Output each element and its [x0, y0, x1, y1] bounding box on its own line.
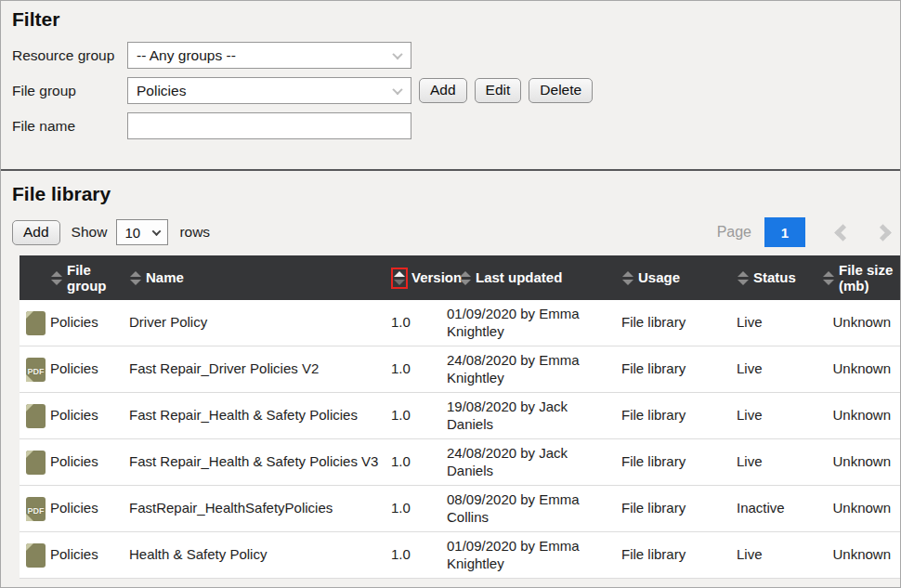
cell-icon: PDF — [20, 532, 47, 578]
sort-icon[interactable] — [129, 270, 142, 286]
header-version[interactable]: Version — [387, 255, 439, 300]
cell-last-updated: 08/09/2020 by Emma Collins — [439, 486, 618, 531]
header-status[interactable]: Status — [735, 255, 811, 300]
sort-icon[interactable] — [621, 270, 634, 286]
cell-file-size: Unknown — [811, 393, 901, 438]
cell-status: Live — [735, 439, 811, 485]
sort-icon-version-highlighted[interactable] — [391, 268, 408, 289]
cell-file-group: Policies — [47, 486, 125, 531]
filter-title: Filter — [12, 8, 889, 31]
table-row[interactable]: PDF Policies Fast Repair_Health & Safety… — [20, 439, 901, 486]
cell-file-size: Unknown — [811, 346, 901, 392]
next-page-icon[interactable] — [874, 224, 891, 241]
cell-name: FastRepair_HealthSafetyPolicies — [125, 486, 387, 531]
header-name[interactable]: Name — [125, 255, 387, 300]
cell-status: Live — [735, 346, 811, 392]
header-label: File size (mb) — [839, 262, 901, 294]
file-group-add-button[interactable]: Add — [419, 78, 467, 103]
cell-file-group: Policies — [47, 393, 125, 438]
file-group-row: File group Policies Add Edit Delete — [12, 77, 889, 104]
cell-last-updated: 19/08/2020 by Jack Daniels — [439, 393, 618, 438]
chevron-down-icon — [392, 84, 402, 94]
table-row[interactable]: PDF Policies FastRepair_HealthSafetyPoli… — [20, 486, 901, 532]
cell-icon: PDF — [20, 486, 47, 531]
cell-icon: PDF — [20, 393, 47, 438]
library-add-button[interactable]: Add — [12, 220, 60, 245]
header-label: Usage — [638, 269, 680, 285]
table-body: PDF Policies Driver Policy 1.0 01/09/202… — [20, 300, 901, 579]
file-library-panel: File library Add Show 10 rows Page 1 — [1, 171, 900, 579]
cell-file-group: Policies — [47, 439, 125, 485]
header-label: File group — [67, 262, 125, 294]
document-icon: PDF — [26, 451, 46, 475]
page-label: Page — [717, 224, 751, 241]
cell-usage: File library — [618, 393, 735, 438]
cell-icon: PDF — [20, 300, 47, 346]
pdf-file-icon: PDF — [26, 358, 46, 382]
pdf-icon-label: PDF — [26, 367, 46, 377]
cell-last-updated: 01/09/2020 by Emma Knightley — [439, 532, 618, 578]
show-label: Show — [72, 224, 108, 241]
header-icon-column — [20, 255, 47, 300]
chevron-down-icon — [152, 227, 162, 236]
table-row[interactable]: PDF Policies Fast Repair_Driver Policies… — [20, 346, 901, 393]
cell-file-group: Policies — [47, 346, 125, 392]
cell-usage: File library — [618, 532, 735, 578]
resource-group-row: Resource group -- Any groups -- — [12, 42, 889, 69]
file-group-delete-button[interactable]: Delete — [529, 78, 593, 103]
sort-icon[interactable] — [737, 270, 750, 286]
sort-icon[interactable] — [459, 270, 472, 286]
cell-file-size: Unknown — [811, 486, 901, 531]
cell-name: Driver Policy — [125, 300, 387, 346]
page-number-button[interactable]: 1 — [764, 217, 805, 247]
document-icon: PDF — [26, 311, 46, 335]
cell-file-size: Unknown — [811, 300, 901, 346]
pagination: Page 1 — [717, 217, 889, 247]
pdf-icon-label: PDF — [26, 506, 46, 516]
header-label: Name — [146, 269, 184, 285]
previous-page-icon[interactable] — [834, 224, 851, 241]
sort-icon[interactable] — [50, 270, 63, 286]
file-name-input[interactable] — [127, 112, 411, 139]
sort-icon[interactable] — [822, 270, 835, 286]
page: Filter Resource group -- Any groups -- F… — [0, 0, 901, 588]
table-row[interactable]: PDF Policies Fast Repair_Health & Safety… — [20, 393, 901, 439]
filter-panel: Filter Resource group -- Any groups -- F… — [1, 1, 900, 171]
cell-usage: File library — [618, 486, 735, 531]
header-file-group[interactable]: File group — [47, 255, 125, 300]
header-label: Status — [753, 269, 796, 285]
cell-status: Live — [735, 393, 811, 438]
cell-version: 1.0 — [387, 300, 439, 346]
table-row[interactable]: PDF Policies Health & Safety Policy 1.0 … — [20, 532, 901, 579]
cell-icon: PDF — [20, 439, 47, 485]
rows-per-page-value: 10 — [124, 225, 140, 241]
cell-version: 1.0 — [387, 486, 439, 531]
file-group-select[interactable]: Policies — [127, 77, 411, 104]
resource-group-label: Resource group — [12, 47, 127, 64]
table-header: File group Name Version Last updated Usa… — [20, 255, 901, 300]
cell-version: 1.0 — [387, 346, 439, 392]
cell-file-group: Policies — [47, 300, 125, 346]
pdf-file-icon: PDF — [26, 497, 46, 521]
cell-status: Inactive — [735, 486, 811, 531]
cell-status: Live — [735, 300, 811, 346]
file-library-table: File group Name Version Last updated Usa… — [20, 255, 901, 579]
file-group-edit-button[interactable]: Edit — [475, 78, 522, 103]
header-file-size[interactable]: File size (mb) — [811, 255, 901, 300]
cell-name: Fast Repair_Health & Safety Policies V3 — [125, 439, 387, 485]
cell-last-updated: 01/09/2020 by Emma Knightley — [439, 300, 618, 346]
chevron-down-icon — [392, 48, 402, 59]
header-last-updated[interactable]: Last updated — [439, 255, 618, 300]
cell-name: Fast Repair_Driver Policies V2 — [125, 346, 387, 392]
header-usage[interactable]: Usage — [618, 255, 735, 300]
library-toolbar: Add Show 10 rows Page 1 — [12, 217, 889, 247]
resource-group-select[interactable]: -- Any groups -- — [127, 42, 411, 69]
table-row[interactable]: PDF Policies Driver Policy 1.0 01/09/202… — [20, 300, 901, 346]
rows-per-page-select[interactable]: 10 — [116, 219, 168, 245]
resource-group-value: -- Any groups -- — [137, 47, 236, 64]
cell-file-group: Policies — [47, 532, 125, 578]
cell-version: 1.0 — [387, 439, 439, 485]
file-name-label: File name — [12, 118, 127, 135]
cell-icon: PDF — [20, 346, 47, 392]
cell-last-updated: 24/08/2020 by Jack Daniels — [439, 439, 618, 485]
